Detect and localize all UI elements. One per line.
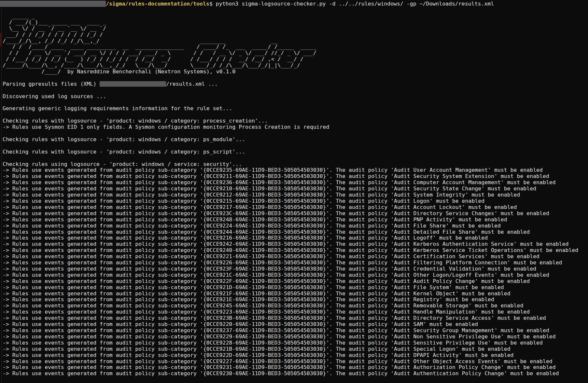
finding-line: -> Rules use events generated from audit…	[3, 340, 588, 346]
finding-line: -> Rules use events generated from audit…	[3, 229, 588, 235]
redacted-prompt-path	[0, 1, 106, 7]
finding-line: -> Rules use events generated from audit…	[3, 285, 588, 291]
finding-line: -> Rules use events generated from audit…	[3, 235, 588, 241]
blank-line	[3, 75, 588, 81]
status-parsing-line: Parsing gpresults files (XML) /results.x…	[3, 81, 588, 87]
prompt-cwd: /sigma/rules-documentation/tools	[106, 1, 209, 7]
blank-line	[3, 112, 588, 118]
finding-line: -> Rules use events generated from audit…	[3, 204, 588, 211]
finding-line: -> Rules use events generated from audit…	[3, 303, 588, 309]
blank-line	[3, 7, 588, 13]
finding-line: -> Rules use events generated from audit…	[3, 173, 588, 180]
finding-line: -> Rules use events generated from audit…	[3, 254, 588, 260]
finding-line: -> Rules use events generated from audit…	[3, 241, 588, 247]
blank-line	[3, 100, 588, 106]
blank-line	[3, 155, 588, 161]
finding-line: -> Rules use events generated from audit…	[3, 266, 588, 272]
blank-line	[3, 143, 588, 149]
finding-line: -> Rules use events generated from audit…	[3, 334, 588, 340]
sysmon-note-line: -> Rules use Sysmon EID 1 only fields. A…	[3, 124, 588, 130]
finding-line: -> Rules use events generated from audit…	[3, 352, 588, 359]
status-discovering-line: Discovering used log sources ...	[3, 94, 588, 100]
finding-line: -> Rules use events generated from audit…	[3, 247, 588, 254]
finding-line: -> Rules use events generated from audit…	[3, 260, 588, 266]
finding-line: -> Rules use events generated from audit…	[3, 364, 588, 371]
finding-line: -> Rules use events generated from audit…	[3, 278, 588, 285]
section-header-ps-script: Checking rules with logsource - 'product…	[3, 149, 588, 155]
terminal-window[interactable]: /sigma/rules-documentation/tools$ python…	[0, 0, 588, 383]
section-header-ps-module: Checking rules with logsource - 'product…	[3, 137, 588, 143]
finding-line: -> Rules use events generated from audit…	[3, 192, 588, 198]
finding-line: -> Rules use events generated from audit…	[3, 272, 588, 278]
finding-line: -> Rules use events generated from audit…	[3, 186, 588, 192]
finding-line: -> Rules use events generated from audit…	[3, 211, 588, 217]
prompt-line: /sigma/rules-documentation/tools$ python…	[3, 1, 588, 7]
finding-line: -> Rules use events generated from audit…	[3, 315, 588, 321]
finding-line: -> Rules use events generated from audit…	[3, 371, 588, 377]
finding-line: -> Rules use events generated from audit…	[3, 223, 588, 229]
finding-line: -> Rules use events generated from audit…	[3, 359, 588, 365]
finding-line: -> Rules use events generated from audit…	[3, 328, 588, 334]
finding-line: -> Rules use events generated from audit…	[3, 198, 588, 204]
finding-line: -> Rules use events generated from audit…	[3, 321, 588, 328]
window-left-border	[1, 9, 2, 383]
blank-line	[3, 130, 588, 137]
parsing-text-before: Parsing gpresults files (XML)	[3, 81, 100, 87]
finding-line: -> Rules use events generated from audit…	[3, 167, 588, 173]
finding-line: -> Rules use events generated from audit…	[3, 346, 588, 352]
finding-line: -> Rules use events generated from audit…	[3, 297, 588, 303]
security-findings-list: -> Rules use events generated from audit…	[3, 167, 588, 377]
finding-line: -> Rules use events generated from audit…	[3, 180, 588, 186]
finding-line: -> Rules use events generated from audit…	[3, 291, 588, 297]
finding-line: -> Rules use events generated from audit…	[3, 217, 588, 223]
left-edge-artifact	[0, 33, 1, 47]
blank-line	[3, 87, 588, 94]
redacted-results-path	[100, 81, 166, 87]
section-header-security: Checking rules using logsource - 'produc…	[3, 161, 588, 168]
prompt-command: $ python3 sigma-logsource-checker.py -d …	[209, 1, 494, 7]
finding-line: -> Rules use events generated from audit…	[3, 309, 588, 315]
status-generating-line: Generating generic logging requirements …	[3, 106, 588, 112]
parsing-text-after: /results.xml ...	[166, 81, 218, 87]
section-header-process-creation: Checking rules with logsource - 'product…	[3, 118, 588, 124]
ascii-banner-sigma-logsource-checker: _____ _ / ___/(_)___ _____ ___ ____ _ \_…	[3, 13, 588, 75]
